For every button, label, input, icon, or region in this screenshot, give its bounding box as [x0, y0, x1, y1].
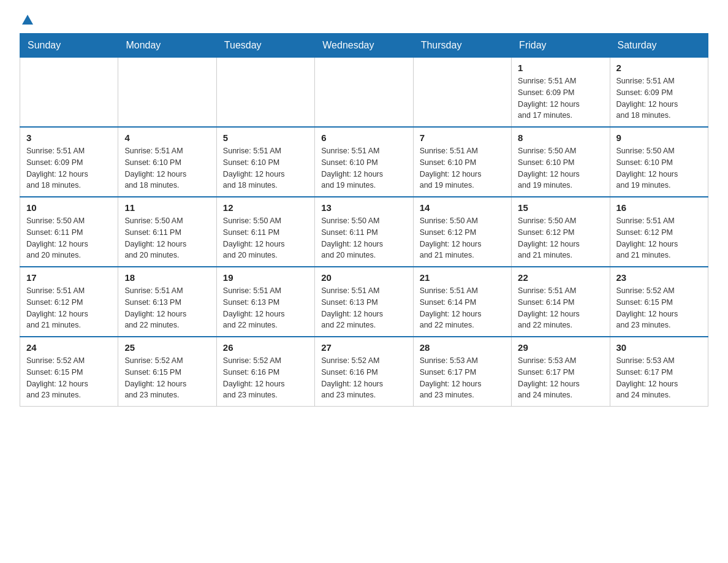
day-number: 17	[26, 272, 112, 283]
calendar-header-row: SundayMondayTuesdayWednesdayThursdayFrid…	[20, 34, 708, 58]
calendar-cell	[20, 58, 118, 128]
calendar-cell: 3Sunrise: 5:51 AM Sunset: 6:09 PM Daylig…	[20, 127, 118, 197]
day-info: Sunrise: 5:51 AM Sunset: 6:13 PM Dayligh…	[124, 285, 210, 331]
day-number: 6	[321, 132, 406, 143]
day-number: 13	[321, 202, 406, 213]
calendar-cell: 14Sunrise: 5:50 AM Sunset: 6:12 PM Dayli…	[413, 197, 511, 267]
weekday-header-monday: Monday	[118, 34, 216, 58]
page-header	[20, 15, 708, 27]
day-info: Sunrise: 5:51 AM Sunset: 6:13 PM Dayligh…	[321, 285, 406, 331]
day-number: 5	[223, 132, 308, 143]
calendar-table: SundayMondayTuesdayWednesdayThursdayFrid…	[20, 33, 708, 407]
calendar-cell: 6Sunrise: 5:51 AM Sunset: 6:10 PM Daylig…	[315, 127, 413, 197]
weekday-header-sunday: Sunday	[20, 34, 118, 58]
calendar-cell	[315, 58, 413, 128]
day-number: 30	[616, 342, 702, 353]
calendar-week-5: 24Sunrise: 5:52 AM Sunset: 6:15 PM Dayli…	[20, 337, 708, 407]
day-number: 25	[124, 342, 210, 353]
day-number: 1	[518, 63, 603, 73]
calendar-cell: 21Sunrise: 5:51 AM Sunset: 6:14 PM Dayli…	[413, 267, 511, 337]
calendar-cell: 23Sunrise: 5:52 AM Sunset: 6:15 PM Dayli…	[610, 267, 708, 337]
day-info: Sunrise: 5:51 AM Sunset: 6:10 PM Dayligh…	[223, 145, 308, 191]
day-number: 28	[420, 342, 505, 353]
day-number: 23	[616, 272, 702, 283]
day-info: Sunrise: 5:50 AM Sunset: 6:12 PM Dayligh…	[518, 215, 603, 261]
day-info: Sunrise: 5:52 AM Sunset: 6:15 PM Dayligh…	[124, 355, 210, 401]
calendar-week-3: 10Sunrise: 5:50 AM Sunset: 6:11 PM Dayli…	[20, 197, 708, 267]
weekday-header-wednesday: Wednesday	[315, 34, 413, 58]
day-number: 2	[616, 63, 702, 73]
day-info: Sunrise: 5:51 AM Sunset: 6:09 PM Dayligh…	[26, 145, 112, 191]
day-info: Sunrise: 5:51 AM Sunset: 6:10 PM Dayligh…	[321, 145, 406, 191]
calendar-cell: 11Sunrise: 5:50 AM Sunset: 6:11 PM Dayli…	[118, 197, 216, 267]
calendar-cell: 10Sunrise: 5:50 AM Sunset: 6:11 PM Dayli…	[20, 197, 118, 267]
day-number: 22	[518, 272, 603, 283]
calendar-cell: 18Sunrise: 5:51 AM Sunset: 6:13 PM Dayli…	[118, 267, 216, 337]
day-info: Sunrise: 5:52 AM Sunset: 6:16 PM Dayligh…	[321, 355, 406, 401]
day-info: Sunrise: 5:50 AM Sunset: 6:11 PM Dayligh…	[26, 215, 112, 261]
calendar-cell: 30Sunrise: 5:53 AM Sunset: 6:17 PM Dayli…	[610, 337, 708, 407]
calendar-cell: 22Sunrise: 5:51 AM Sunset: 6:14 PM Dayli…	[512, 267, 610, 337]
calendar-cell	[216, 58, 314, 128]
weekday-header-friday: Friday	[512, 34, 610, 58]
day-number: 15	[518, 202, 603, 213]
day-number: 16	[616, 202, 702, 213]
day-info: Sunrise: 5:51 AM Sunset: 6:12 PM Dayligh…	[26, 285, 112, 331]
calendar-cell: 15Sunrise: 5:50 AM Sunset: 6:12 PM Dayli…	[512, 197, 610, 267]
day-info: Sunrise: 5:51 AM Sunset: 6:14 PM Dayligh…	[518, 285, 603, 331]
day-number: 19	[223, 272, 308, 283]
calendar-cell: 9Sunrise: 5:50 AM Sunset: 6:10 PM Daylig…	[610, 127, 708, 197]
day-number: 7	[420, 132, 505, 143]
calendar-cell	[413, 58, 511, 128]
day-info: Sunrise: 5:53 AM Sunset: 6:17 PM Dayligh…	[518, 355, 603, 401]
calendar-cell: 26Sunrise: 5:52 AM Sunset: 6:16 PM Dayli…	[216, 337, 314, 407]
calendar-cell: 8Sunrise: 5:50 AM Sunset: 6:10 PM Daylig…	[512, 127, 610, 197]
calendar-cell	[118, 58, 216, 128]
day-number: 21	[420, 272, 505, 283]
day-info: Sunrise: 5:52 AM Sunset: 6:16 PM Dayligh…	[223, 355, 308, 401]
calendar-cell: 2Sunrise: 5:51 AM Sunset: 6:09 PM Daylig…	[610, 58, 708, 128]
weekday-header-thursday: Thursday	[413, 34, 511, 58]
calendar-week-4: 17Sunrise: 5:51 AM Sunset: 6:12 PM Dayli…	[20, 267, 708, 337]
calendar-cell: 27Sunrise: 5:52 AM Sunset: 6:16 PM Dayli…	[315, 337, 413, 407]
calendar-cell: 13Sunrise: 5:50 AM Sunset: 6:11 PM Dayli…	[315, 197, 413, 267]
day-number: 20	[321, 272, 406, 283]
day-info: Sunrise: 5:52 AM Sunset: 6:15 PM Dayligh…	[616, 285, 702, 331]
day-number: 29	[518, 342, 603, 353]
day-number: 27	[321, 342, 406, 353]
calendar-cell: 5Sunrise: 5:51 AM Sunset: 6:10 PM Daylig…	[216, 127, 314, 197]
day-number: 12	[223, 202, 308, 213]
day-number: 9	[616, 132, 702, 143]
calendar-cell: 25Sunrise: 5:52 AM Sunset: 6:15 PM Dayli…	[118, 337, 216, 407]
calendar-cell: 16Sunrise: 5:51 AM Sunset: 6:12 PM Dayli…	[610, 197, 708, 267]
day-number: 10	[26, 202, 112, 213]
day-info: Sunrise: 5:51 AM Sunset: 6:10 PM Dayligh…	[124, 145, 210, 191]
day-info: Sunrise: 5:50 AM Sunset: 6:11 PM Dayligh…	[321, 215, 406, 261]
calendar-cell: 12Sunrise: 5:50 AM Sunset: 6:11 PM Dayli…	[216, 197, 314, 267]
day-info: Sunrise: 5:53 AM Sunset: 6:17 PM Dayligh…	[616, 355, 702, 401]
calendar-cell: 29Sunrise: 5:53 AM Sunset: 6:17 PM Dayli…	[512, 337, 610, 407]
calendar-week-1: 1Sunrise: 5:51 AM Sunset: 6:09 PM Daylig…	[20, 58, 708, 128]
day-number: 18	[124, 272, 210, 283]
day-info: Sunrise: 5:50 AM Sunset: 6:10 PM Dayligh…	[616, 145, 702, 191]
day-number: 24	[26, 342, 112, 353]
day-info: Sunrise: 5:51 AM Sunset: 6:09 PM Dayligh…	[616, 75, 702, 121]
day-info: Sunrise: 5:50 AM Sunset: 6:10 PM Dayligh…	[518, 145, 603, 191]
logo	[20, 15, 54, 27]
calendar-week-2: 3Sunrise: 5:51 AM Sunset: 6:09 PM Daylig…	[20, 127, 708, 197]
day-info: Sunrise: 5:53 AM Sunset: 6:17 PM Dayligh…	[420, 355, 505, 401]
calendar-cell: 17Sunrise: 5:51 AM Sunset: 6:12 PM Dayli…	[20, 267, 118, 337]
day-info: Sunrise: 5:50 AM Sunset: 6:12 PM Dayligh…	[420, 215, 505, 261]
calendar-cell: 20Sunrise: 5:51 AM Sunset: 6:13 PM Dayli…	[315, 267, 413, 337]
day-number: 14	[420, 202, 505, 213]
day-number: 4	[124, 132, 210, 143]
day-number: 8	[518, 132, 603, 143]
day-number: 11	[124, 202, 210, 213]
day-info: Sunrise: 5:52 AM Sunset: 6:15 PM Dayligh…	[26, 355, 112, 401]
calendar-cell: 19Sunrise: 5:51 AM Sunset: 6:13 PM Dayli…	[216, 267, 314, 337]
day-info: Sunrise: 5:50 AM Sunset: 6:11 PM Dayligh…	[124, 215, 210, 261]
day-info: Sunrise: 5:51 AM Sunset: 6:12 PM Dayligh…	[616, 215, 702, 261]
day-number: 26	[223, 342, 308, 353]
day-number: 3	[26, 132, 112, 143]
weekday-header-saturday: Saturday	[610, 34, 708, 58]
